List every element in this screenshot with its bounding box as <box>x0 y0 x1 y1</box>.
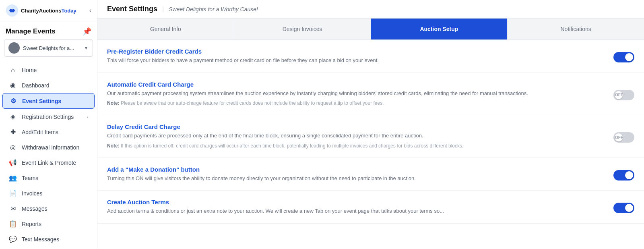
tab-design-invoices[interactable]: Design Invoices <box>234 19 371 39</box>
toggle-switch-pre-register[interactable]: ON <box>613 52 634 62</box>
toggle-label: ON <box>627 206 633 210</box>
registration-icon: ◈ <box>9 113 17 120</box>
toggle-switch-auto-charge[interactable]: OFF <box>613 90 634 100</box>
nav-items: ⌂ Home ◉ Dashboard ⚙ Event Settings ◈ Re… <box>0 61 97 249</box>
sidebar-collapse-button[interactable]: ‹ <box>89 7 91 14</box>
tab-auction-setup[interactable]: Auction Setup <box>371 19 508 39</box>
sidebar-item-reports[interactable]: 📋 Reports <box>2 216 95 231</box>
sidebar-item-messages[interactable]: ✉ Messages <box>2 201 95 216</box>
page-subtitle: Sweet Delights for a Worthy Cause! <box>169 6 258 12</box>
settings-content: Pre-Register Bidder Credit Cards This wi… <box>97 40 644 249</box>
sidebar-item-label: Text Messages <box>22 236 59 243</box>
setting-info-auction-terms: Create Auction Terms Add auction terms &… <box>107 199 607 215</box>
setting-info-donation-button: Add a "Make a Donation" button Turning t… <box>107 166 607 183</box>
sidebar-item-label: Home <box>22 67 37 73</box>
logo-icon <box>6 4 19 17</box>
settings-icon: ⚙ <box>9 97 17 105</box>
sidebar-item-label: Messages <box>22 205 47 212</box>
toggle-label: ON <box>627 173 633 177</box>
setting-row-auto-charge: Automatic Credit Card Charge Our automat… <box>97 73 644 116</box>
promote-icon: 📢 <box>9 159 17 166</box>
chevron-down-icon: ▼ <box>84 45 89 51</box>
toggle-delay-charge[interactable]: OFF <box>613 132 634 143</box>
sidebar-item-invoices[interactable]: 📄 Invoices <box>2 186 95 201</box>
setting-desc-auto-charge: Our automatic payment processing system … <box>107 89 607 98</box>
setting-desc-auction-terms: Add auction terms & conditions or just a… <box>107 207 607 215</box>
setting-title-auction-terms: Create Auction Terms <box>107 199 607 205</box>
tabs: General Info Design Invoices Auction Set… <box>97 19 644 40</box>
sidebar-item-text-messages[interactable]: 💬 Text Messages <box>2 232 95 247</box>
setting-row-auction-terms: Create Auction Terms Add auction terms &… <box>97 191 644 224</box>
toggle-auto-charge[interactable]: OFF <box>613 90 634 100</box>
home-icon: ⌂ <box>9 66 17 74</box>
manage-events-header: Manage Events 📌 <box>0 21 97 39</box>
setting-note-auto-charge: Note: Please be aware that our auto-char… <box>107 100 607 107</box>
tab-general-info[interactable]: General Info <box>97 19 234 39</box>
sidebar-header: CharityAuctionsToday ‹ <box>0 0 97 21</box>
sidebar-item-label: Event Link & Promote <box>22 160 76 166</box>
sidebar-item-label: Teams <box>22 175 38 181</box>
sidebar-item-label: Withdrawal Information <box>22 144 79 151</box>
logo: CharityAuctionsToday <box>6 4 76 17</box>
toggle-label: OFF <box>615 93 623 97</box>
toggle-label: ON <box>627 55 633 60</box>
setting-title-auto-charge: Automatic Credit Card Charge <box>107 81 607 88</box>
setting-title-pre-register: Pre-Register Bidder Credit Cards <box>107 48 607 55</box>
setting-note-delay-charge: Note: If this option is turned off, cred… <box>107 142 607 149</box>
setting-desc-delay-charge: Credit card payments are processed only … <box>107 132 607 140</box>
toggle-pre-register[interactable]: ON <box>613 52 634 62</box>
toggle-donation-button[interactable]: ON <box>613 170 634 181</box>
logo-text: CharityAuctionsToday <box>21 8 76 14</box>
messages-icon: ✉ <box>9 205 17 212</box>
pin-icon[interactable]: 📌 <box>83 27 91 36</box>
main-header: Event Settings | Sweet Delights for a Wo… <box>97 0 644 19</box>
setting-title-delay-charge: Delay Credit Card Charge <box>107 123 607 130</box>
chevron-right-icon: › <box>87 114 88 119</box>
sidebar-item-label: Registration Settings <box>22 114 74 120</box>
setting-row-delay-charge: Delay Credit Card Charge Credit card pay… <box>97 115 644 158</box>
reports-icon: 📋 <box>9 220 17 228</box>
sidebar-item-registration-settings[interactable]: ◈ Registration Settings › <box>2 109 95 124</box>
toggle-switch-auction-terms[interactable]: ON <box>613 203 634 213</box>
sidebar-item-withdrawal-information[interactable]: ◎ Withdrawal Information <box>2 140 95 155</box>
setting-desc-donation-button: Turning this ON will give visitors the a… <box>107 174 607 183</box>
toggle-auction-terms[interactable]: ON <box>613 203 634 213</box>
sidebar-item-event-settings[interactable]: ⚙ Event Settings <box>2 93 95 109</box>
invoices-icon: 📄 <box>9 189 17 197</box>
text-messages-icon: 💬 <box>9 235 17 243</box>
setting-desc-pre-register: This will force your bidders to have a p… <box>107 56 607 64</box>
add-items-icon: ✚ <box>9 128 17 136</box>
setting-row-donation-button: Add a "Make a Donation" button Turning t… <box>97 158 644 191</box>
sidebar-item-event-link-promote[interactable]: 📢 Event Link & Promote <box>2 155 95 170</box>
sidebar-item-label: Event Settings <box>22 98 61 104</box>
sidebar-item-label: Reports <box>22 221 41 227</box>
toggle-switch-delay-charge[interactable]: OFF <box>613 132 634 143</box>
manage-events-title: Manage Events <box>6 27 56 35</box>
setting-title-donation-button: Add a "Make a Donation" button <box>107 166 607 173</box>
event-avatar <box>8 42 20 54</box>
page-title: Event Settings <box>107 5 157 13</box>
sidebar-item-label: Add/Edit Items <box>22 129 58 135</box>
sidebar-item-label: Dashboard <box>22 82 50 89</box>
sidebar-item-label: Invoices <box>22 190 42 197</box>
withdrawal-icon: ◎ <box>9 143 17 151</box>
toggle-switch-donation-button[interactable]: ON <box>613 170 634 181</box>
tab-notifications[interactable]: Notifications <box>508 19 644 39</box>
event-name: Sweet Delights for a... <box>23 45 84 51</box>
sidebar-item-add-edit-items[interactable]: ✚ Add/Edit Items <box>2 124 95 139</box>
sidebar-item-dashboard[interactable]: ◉ Dashboard <box>2 78 95 93</box>
setting-info-delay-charge: Delay Credit Card Charge Credit card pay… <box>107 123 607 149</box>
main-content: Event Settings | Sweet Delights for a Wo… <box>97 0 644 249</box>
setting-info-auto-charge: Automatic Credit Card Charge Our automat… <box>107 81 607 107</box>
event-selector[interactable]: Sweet Delights for a... ▼ <box>4 39 93 57</box>
dashboard-icon: ◉ <box>9 81 17 89</box>
sidebar-item-home[interactable]: ⌂ Home <box>2 63 95 77</box>
toggle-label: OFF <box>615 135 623 140</box>
teams-icon: 👥 <box>9 174 17 182</box>
sidebar: CharityAuctionsToday ‹ Manage Events 📌 S… <box>0 0 97 249</box>
sidebar-item-teams[interactable]: 👥 Teams <box>2 170 95 185</box>
setting-info-pre-register: Pre-Register Bidder Credit Cards This wi… <box>107 48 607 64</box>
setting-row-pre-register: Pre-Register Bidder Credit Cards This wi… <box>97 40 644 73</box>
